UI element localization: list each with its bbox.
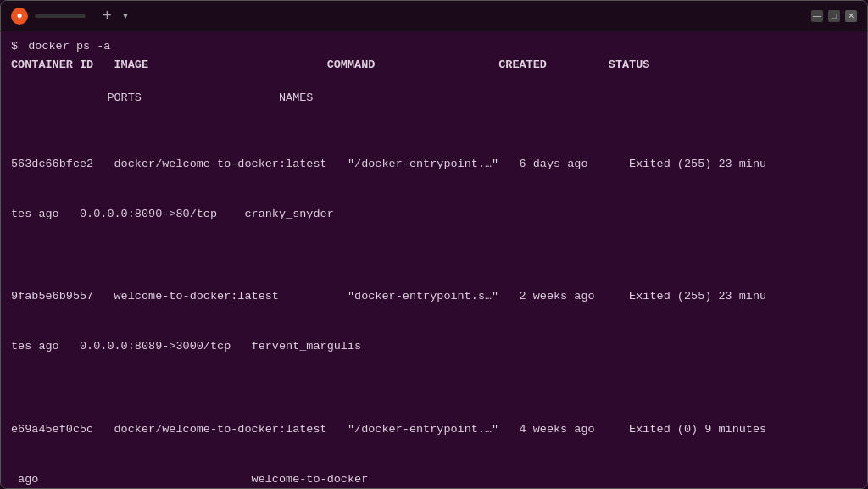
- terminal-body[interactable]: $ docker ps -a CONTAINER ID IMAGE COMMAN…: [1, 31, 867, 488]
- titlebar: ● + ▾ — □ ✕: [1, 1, 867, 31]
- table-row: e69a45ef0c5c docker/welcome-to-docker:la…: [11, 388, 857, 488]
- window-title: [35, 14, 86, 18]
- table-header-row2: PORTS NAMES: [11, 73, 857, 123]
- table-row: 9fab5e6b9557 welcome-to-docker:latest "d…: [11, 255, 857, 388]
- row2-line2: tes ago 0.0.0.0:8089->3000/tcp fervent_m…: [11, 338, 857, 355]
- row1-line2: tes ago 0.0.0.0:8090->80/tcp cranky_snyd…: [11, 206, 857, 223]
- prompt-symbol: $: [11, 38, 18, 55]
- close-button[interactable]: ✕: [845, 10, 857, 22]
- row1-line1: 563dc66bfce2 docker/welcome-to-docker:la…: [11, 156, 857, 173]
- table-header-row1: CONTAINER ID IMAGE COMMAND CREATED STATU…: [11, 57, 857, 74]
- command-line: $ docker ps -a: [11, 38, 857, 55]
- command-text: docker ps -a: [21, 38, 110, 55]
- row3-line1: e69a45ef0c5c docker/welcome-to-docker:la…: [11, 421, 857, 438]
- titlebar-left: ●: [11, 8, 86, 25]
- titlebar-controls: — □ ✕: [811, 10, 857, 22]
- tab-dropdown-button[interactable]: ▾: [119, 8, 132, 23]
- tab-area: + ▾: [99, 8, 132, 25]
- new-tab-button[interactable]: +: [99, 8, 115, 25]
- row3-line2: ago welcome-to-docker: [11, 471, 857, 488]
- table-row: 563dc66bfce2 docker/welcome-to-docker:la…: [11, 123, 857, 256]
- row2-line1: 9fab5e6b9557 welcome-to-docker:latest "d…: [11, 288, 857, 305]
- terminal-window: ● + ▾ — □ ✕ $ docker ps -a CONTAINER ID …: [0, 0, 868, 489]
- maximize-button[interactable]: □: [828, 10, 840, 22]
- ubuntu-logo-icon: ●: [11, 8, 28, 25]
- minimize-button[interactable]: —: [811, 10, 823, 22]
